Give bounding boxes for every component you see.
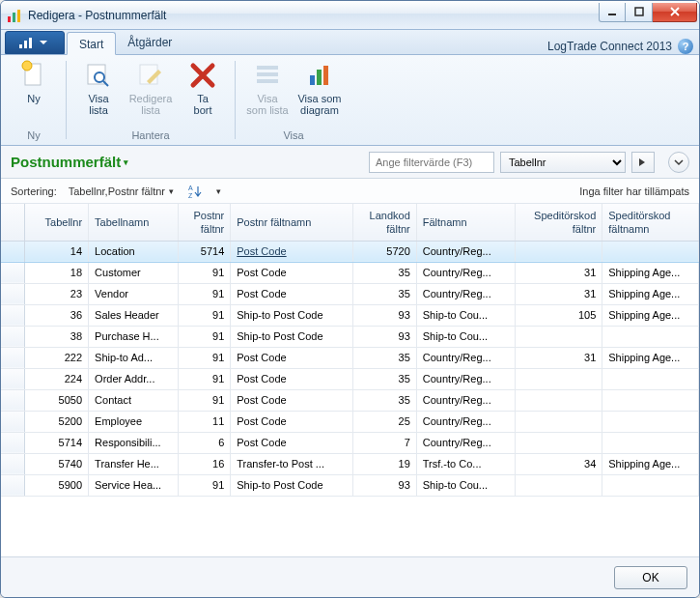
cell[interactable]: Ship-to Ad... xyxy=(89,347,179,368)
table-row[interactable]: 38Purchase H...91Ship-to Post Code93Ship… xyxy=(1,326,699,347)
cell[interactable]: Country/Reg... xyxy=(416,347,515,368)
table-row[interactable]: 5200Employee11Post Code25Country/Reg... xyxy=(1,411,699,432)
cell[interactable]: Customer xyxy=(89,262,179,283)
cell[interactable]: Post Code xyxy=(231,432,353,453)
cell[interactable]: Post Code xyxy=(231,368,353,389)
cell[interactable] xyxy=(602,474,699,496)
cell[interactable]: 7 xyxy=(353,432,417,453)
cell[interactable]: 31 xyxy=(515,283,602,304)
page-title[interactable]: Postnummerfält ▾ xyxy=(11,154,128,170)
cell[interactable]: Employee xyxy=(89,411,179,432)
cell[interactable]: 5200 xyxy=(25,411,89,432)
cell[interactable]: Shipping Age... xyxy=(602,262,699,283)
row-selector-header[interactable] xyxy=(1,204,25,241)
cell[interactable]: Shipping Age... xyxy=(602,453,699,474)
cell[interactable]: Vendor xyxy=(89,283,179,304)
cell[interactable] xyxy=(602,368,699,389)
table-row[interactable]: 5740Transfer He...16Transfer-to Post ...… xyxy=(1,453,699,474)
new-button[interactable]: Ny xyxy=(9,57,59,128)
tab-start[interactable]: Start xyxy=(67,32,116,55)
maximize-button[interactable] xyxy=(626,3,653,22)
cell[interactable]: 5050 xyxy=(25,389,89,411)
table-row[interactable]: 5050Contact91Post Code35Country/Reg... xyxy=(1,389,699,411)
cell[interactable]: Shipping Age... xyxy=(602,347,699,368)
cell[interactable]: Shipping Age... xyxy=(602,283,699,304)
table-row[interactable]: 18Customer91Post Code35Country/Reg...31S… xyxy=(1,262,699,283)
cell[interactable]: Post Code xyxy=(231,241,353,262)
view-as-chart-button[interactable]: Visa som diagram xyxy=(294,57,345,128)
filter-value-input[interactable] xyxy=(369,152,494,173)
cell[interactable]: Ship-to Cou... xyxy=(416,474,515,496)
cell[interactable]: 222 xyxy=(25,347,89,368)
cell[interactable] xyxy=(1,283,25,304)
cell[interactable] xyxy=(1,474,25,496)
edit-list-button[interactable]: Redigera lista xyxy=(126,57,176,128)
table-row[interactable]: 36Sales Header91Ship-to Post Code93Ship-… xyxy=(1,304,699,326)
col-speditorskod-faltnamn[interactable]: Speditörskod fältnamn xyxy=(602,204,699,241)
cell[interactable] xyxy=(515,326,602,347)
cell[interactable] xyxy=(602,326,699,347)
cell[interactable]: 91 xyxy=(178,368,230,389)
help-icon[interactable]: ? xyxy=(678,39,693,54)
cell[interactable]: 93 xyxy=(353,474,417,496)
cell[interactable] xyxy=(1,262,25,283)
cell[interactable]: Country/Reg... xyxy=(416,411,515,432)
cell[interactable]: 91 xyxy=(178,283,230,304)
filter-field-select[interactable]: Tabellnr xyxy=(500,152,626,173)
cell[interactable]: Purchase H... xyxy=(89,326,179,347)
cell[interactable] xyxy=(1,432,25,453)
table-row[interactable]: 5900Service Hea...91Ship-to Post Code93S… xyxy=(1,474,699,496)
col-postnr-faltnamn[interactable]: Postnr fältnamn xyxy=(231,204,353,241)
cell[interactable]: 35 xyxy=(353,262,417,283)
cell[interactable]: Contact xyxy=(89,389,179,411)
cell[interactable]: Order Addr... xyxy=(89,368,179,389)
cell[interactable] xyxy=(602,389,699,411)
ok-button[interactable]: OK xyxy=(614,566,687,589)
cell[interactable] xyxy=(1,453,25,474)
cell[interactable]: Post Code xyxy=(231,347,353,368)
cell[interactable]: 5720 xyxy=(353,241,417,262)
cell[interactable] xyxy=(515,368,602,389)
cell[interactable]: 91 xyxy=(178,474,230,496)
cell[interactable]: Country/Reg... xyxy=(416,262,515,283)
filter-go-button[interactable] xyxy=(631,152,655,173)
cell[interactable] xyxy=(515,432,602,453)
cell[interactable]: Post Code xyxy=(231,411,353,432)
sort-field-dropdown[interactable]: Tabellnr,Postnr fältnr ▾ xyxy=(69,185,174,197)
cell[interactable] xyxy=(515,241,602,262)
col-landkod-faltnr[interactable]: Landkod fältnr xyxy=(353,204,417,241)
cell[interactable]: Country/Reg... xyxy=(416,283,515,304)
cell[interactable]: Responsibili... xyxy=(89,432,179,453)
cell[interactable]: 6 xyxy=(178,432,230,453)
cell[interactable]: Country/Reg... xyxy=(416,241,515,262)
cell[interactable] xyxy=(1,411,25,432)
cell[interactable]: Ship-to Post Code xyxy=(231,326,353,347)
delete-button[interactable]: Ta bort xyxy=(178,57,228,128)
cell[interactable]: 5900 xyxy=(25,474,89,496)
cell[interactable]: Trsf.-to Co... xyxy=(416,453,515,474)
cell[interactable]: 23 xyxy=(25,283,89,304)
cell[interactable]: 36 xyxy=(25,304,89,326)
cell[interactable]: 18 xyxy=(25,262,89,283)
table-row[interactable]: 14Location5714Post Code5720Country/Reg..… xyxy=(1,241,699,262)
view-as-list-button[interactable]: Visa som lista xyxy=(242,57,293,128)
collapse-filter-button[interactable] xyxy=(668,152,689,173)
cell[interactable]: 5740 xyxy=(25,453,89,474)
cell[interactable]: Ship-to Post Code xyxy=(231,304,353,326)
cell[interactable]: 5714 xyxy=(25,432,89,453)
cell[interactable]: 91 xyxy=(178,347,230,368)
cell[interactable] xyxy=(515,389,602,411)
cell[interactable]: Service Hea... xyxy=(89,474,179,496)
cell[interactable]: 35 xyxy=(353,347,417,368)
cell[interactable] xyxy=(1,389,25,411)
cell[interactable] xyxy=(602,241,699,262)
col-faltnamn[interactable]: Fältnamn xyxy=(416,204,515,241)
cell[interactable]: 25 xyxy=(353,411,417,432)
cell[interactable]: Post Code xyxy=(231,262,353,283)
cell[interactable]: 34 xyxy=(515,453,602,474)
cell[interactable]: 16 xyxy=(178,453,230,474)
cell[interactable]: 35 xyxy=(353,283,417,304)
cell[interactable] xyxy=(602,432,699,453)
col-tabellnamn[interactable]: Tabellnamn xyxy=(89,204,179,241)
cell[interactable]: 91 xyxy=(178,389,230,411)
